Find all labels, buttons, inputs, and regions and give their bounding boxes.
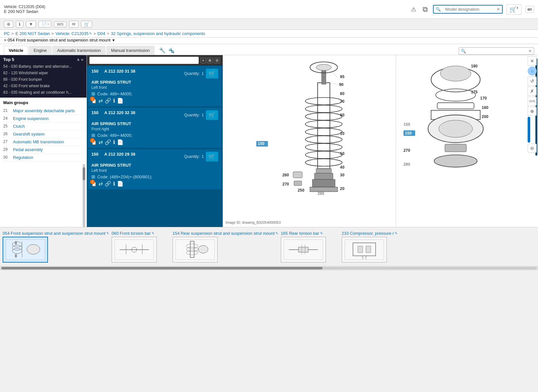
view-icons: ≡ ⊞ ⊟ bbox=[201, 58, 220, 63]
breadcrumb-d04[interactable]: D04 bbox=[98, 31, 105, 36]
part-action-exchange-0[interactable]: ⇄ bbox=[99, 98, 103, 104]
part-action-exchange-2[interactable]: ⇄ bbox=[99, 181, 103, 187]
group-item-21[interactable]: 21 Major assembly detachable parts bbox=[3, 107, 83, 115]
part-action-badge-0[interactable]: 📋 2 bbox=[91, 98, 97, 104]
svg-text:30: 30 bbox=[340, 173, 345, 177]
warning-button[interactable]: ⚠ bbox=[410, 5, 417, 14]
top5-item-1[interactable]: 82 - 120 Windshield wiper bbox=[3, 70, 83, 76]
parts-search-box bbox=[89, 57, 199, 64]
part-card-0-header: 150 A 212 320 31 38 Quantity: 1 🛒 bbox=[91, 69, 218, 78]
tab-tool-icon1[interactable]: 🔧 bbox=[158, 46, 167, 55]
thumb-item-2[interactable]: 154 Rear suspension strut and suspension… bbox=[172, 231, 278, 263]
tab-manual-transmission[interactable]: Manual transmission bbox=[106, 46, 155, 55]
top-header: Vehicle: C212035 (D04) E 200 NGT Sedan ⚠… bbox=[0, 0, 538, 19]
list-view-button[interactable]: ≡ bbox=[201, 58, 206, 63]
thumb-img-0[interactable] bbox=[3, 237, 48, 263]
filter-button[interactable]: ▼ bbox=[26, 21, 36, 28]
cart-button-1[interactable]: 🛒 bbox=[206, 110, 218, 120]
part-action-info-1[interactable]: ℹ bbox=[113, 139, 115, 145]
top5-collapse-up[interactable]: ∧ bbox=[77, 57, 80, 62]
part-action-info-2[interactable]: ℹ bbox=[113, 181, 115, 187]
copy-button[interactable]: ⧉ bbox=[421, 4, 429, 15]
breadcrumb-32[interactable]: 32 Springs, suspension and hydraulic com… bbox=[111, 31, 205, 36]
diagram-svg-area[interactable]: 95 90 80 70 60 10 50 40 30 20 260 270 25… bbox=[223, 55, 538, 227]
top5-item-2[interactable]: 88 - 030 Front bumper bbox=[3, 76, 83, 83]
tab-search-input[interactable] bbox=[468, 48, 526, 54]
top5-collapse-left[interactable]: « bbox=[81, 57, 83, 62]
tab-automatic-transmission[interactable]: Automatic transmission bbox=[52, 46, 105, 55]
breadcrumb-vehicle[interactable]: Vehicle: C212035 bbox=[55, 31, 88, 36]
svg-point-2 bbox=[305, 105, 342, 113]
zoom-in-button[interactable]: ⊕ bbox=[4, 21, 13, 28]
breadcrumb-e200[interactable]: E 200 NGT Sedan bbox=[16, 31, 50, 36]
tab-engine[interactable]: Engine bbox=[29, 46, 52, 55]
parts-search-input[interactable] bbox=[89, 57, 199, 63]
cart-button-0[interactable]: 🛒 bbox=[206, 69, 218, 78]
part-action-link-0[interactable]: 🔗 bbox=[105, 98, 111, 104]
svg-text:40: 40 bbox=[340, 165, 345, 170]
search-clear-button[interactable]: ✕ bbox=[495, 6, 502, 13]
breadcrumb-pc[interactable]: PC bbox=[4, 31, 10, 36]
diag-zoom-in-button[interactable]: ⊕ bbox=[528, 107, 537, 116]
cart-button-2[interactable]: 🛒 bbox=[206, 152, 218, 161]
svg-text:150: 150 bbox=[258, 141, 264, 146]
group-item-30[interactable]: 30 Regulation bbox=[3, 154, 83, 161]
thumb-item-4[interactable]: 233 Compressor, pressure r ✎ bbox=[342, 231, 400, 263]
model-search-input[interactable] bbox=[443, 6, 495, 13]
group-item-26[interactable]: 26 Gearshift system bbox=[3, 130, 83, 138]
part-action-badge-1[interactable]: 📋 2 bbox=[91, 139, 97, 145]
part-action-exchange-1[interactable]: ⇄ bbox=[99, 139, 103, 145]
cart-add-button[interactable]: 🛒+ bbox=[507, 4, 521, 15]
part-action-link-1[interactable]: 🔗 bbox=[105, 139, 111, 145]
part-card-2-header: 150 A 212 320 29 38 Quantity: 1 🛒 bbox=[91, 152, 218, 161]
thumb-svg-2 bbox=[174, 238, 216, 261]
cart-button[interactable]: 🛒 bbox=[81, 21, 92, 28]
part-action-link-2[interactable]: 🔗 bbox=[105, 181, 111, 187]
thumb-img-1[interactable] bbox=[111, 237, 157, 263]
group-item-27[interactable]: 27 Automatic MB transmission bbox=[3, 138, 83, 146]
group-label-30: Regulation bbox=[13, 155, 33, 160]
group-item-24[interactable]: 24 Engine suspension bbox=[3, 115, 83, 123]
breadcrumb-054[interactable]: 054 Front suspension strut and suspensio… bbox=[8, 38, 111, 42]
thumb-item-3[interactable]: 165 Rear torsion bar ✎ bbox=[281, 231, 339, 263]
scrollbar-track[interactable] bbox=[1, 267, 537, 269]
scrollbar-row[interactable] bbox=[0, 266, 538, 270]
scrollbar-thumb[interactable] bbox=[1, 267, 322, 269]
tab-search-clear[interactable]: ✕ bbox=[526, 48, 534, 54]
part-action-doc-1[interactable]: 📄 bbox=[117, 139, 123, 145]
doc-button[interactable]: 📄! bbox=[39, 21, 52, 28]
top5-item-4[interactable]: 83 - 035 Heating and air conditioner h..… bbox=[3, 89, 83, 96]
svg-text:60: 60 bbox=[340, 113, 345, 117]
diag-circle-button[interactable]: ○ bbox=[528, 66, 537, 76]
top5-item-0[interactable]: 54 - 030 Battery, starter and alternator… bbox=[3, 63, 83, 70]
group-item-25[interactable]: 25 Clutch bbox=[3, 123, 83, 130]
thumb-img-2[interactable] bbox=[172, 237, 218, 263]
top5-item-3[interactable]: 42 - 030 Front wheel brake bbox=[3, 83, 83, 89]
part-action-doc-0[interactable]: 📄 bbox=[117, 98, 123, 104]
breadcrumb-dropdown-arrow[interactable]: ▼ bbox=[112, 38, 115, 42]
thumb-img-4[interactable] bbox=[342, 237, 387, 263]
tab-vehicle[interactable]: Vehicle bbox=[4, 46, 28, 55]
info-button[interactable]: ℹ bbox=[16, 21, 23, 28]
thumb-item-0[interactable]: 054 Front suspension strut and suspensio… bbox=[3, 231, 109, 263]
mail-button[interactable]: ✉ bbox=[69, 21, 78, 28]
diag-history-button[interactable]: ↺ bbox=[528, 77, 537, 86]
diag-close-button[interactable]: ✕ bbox=[528, 56, 537, 65]
thumb-item-1[interactable]: 060 Front torsion bar ✎ bbox=[111, 231, 170, 263]
diag-svg-button[interactable]: SVG bbox=[528, 97, 537, 106]
part-action-badge-2[interactable]: 📋 2 bbox=[91, 181, 97, 187]
search-icon-button[interactable]: 🔍 bbox=[434, 6, 443, 13]
svg-view-button[interactable]: ⊟ bbox=[214, 58, 220, 63]
thumb-img-3[interactable] bbox=[281, 237, 326, 263]
breadcrumb-edit-icon[interactable]: ✎ bbox=[89, 32, 92, 35]
grid-view-button[interactable]: ⊞ bbox=[207, 58, 213, 63]
part-action-doc-2[interactable]: 📄 bbox=[117, 181, 123, 187]
tab-tool-icon2[interactable]: 🔩 bbox=[167, 46, 176, 55]
wis-button[interactable]: WIS bbox=[54, 21, 66, 27]
group-item-29[interactable]: 29 Pedal assembly bbox=[3, 146, 83, 154]
svg-rect-18 bbox=[294, 181, 302, 185]
diag-x-button[interactable]: ✗ bbox=[528, 87, 537, 96]
part-action-info-0[interactable]: ℹ bbox=[113, 98, 115, 104]
language-button[interactable]: en bbox=[525, 6, 534, 13]
diag-zoom-out-button[interactable]: ⊖ bbox=[528, 144, 537, 153]
